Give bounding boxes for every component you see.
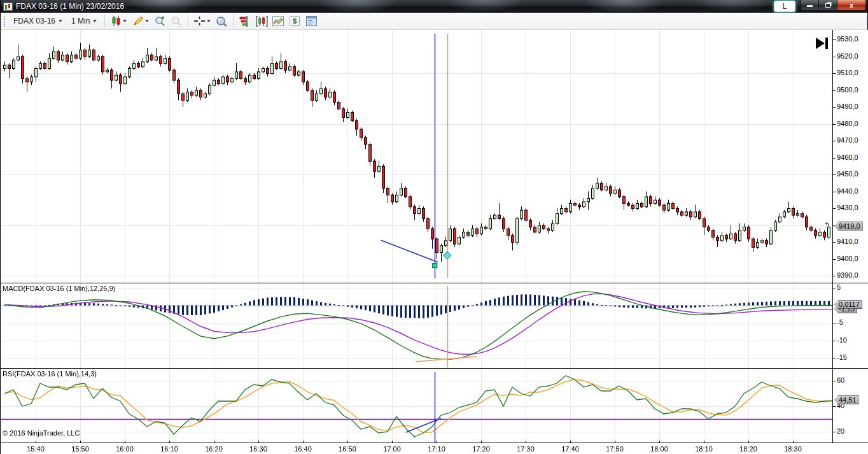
chart-style-button[interactable] [109, 14, 129, 28]
time-axis-tick [704, 441, 704, 443]
panel-separator[interactable] [1, 283, 868, 283]
chart-canvas[interactable] [1, 30, 832, 443]
drawing-tools-button[interactable] [130, 14, 151, 28]
price-axis-label-tick [833, 57, 836, 57]
rsi-axis-label-tick [833, 406, 836, 407]
time-axis-label: 17:40 [561, 445, 579, 453]
window-title: FDAX 03-16 (1 Min) 23/02/2016 [16, 2, 124, 11]
time-axis-label: 18:30 [784, 445, 802, 453]
rsi-axis-label-tick [833, 381, 836, 381]
macd-axis-label-tick [833, 341, 836, 341]
rsi-axis-label-tick [833, 432, 836, 432]
macd-axis-label: -10 [837, 336, 847, 344]
close-button[interactable]: x [837, 0, 866, 11]
time-axis-tick [214, 441, 214, 443]
chevron-down-icon [123, 20, 127, 22]
properties-button[interactable] [304, 14, 319, 28]
time-axis-tick [169, 441, 170, 443]
price-axis-label-tick [833, 259, 836, 260]
instrument-selector[interactable]: FDAX 03-16 [9, 15, 67, 27]
chart-trader-button[interactable] [237, 14, 253, 28]
time-axis-label: 15:40 [27, 445, 45, 453]
time-axis-label: 17:00 [383, 445, 401, 453]
time-axis-label: 17:50 [606, 445, 624, 453]
instrument-label: FDAX 03-16 [13, 17, 55, 25]
price-axis-label-tick [833, 158, 836, 159]
indicators-icon [272, 16, 284, 26]
rsi-axis-label: 20 [837, 427, 844, 435]
macd-axis-label: -5 [837, 318, 843, 326]
macd-axis-label-tick [833, 323, 836, 323]
restore-icon [825, 3, 830, 8]
strategies-button[interactable]: $ [287, 14, 302, 28]
price-axis-label: 9410,0 [837, 238, 858, 245]
title-bar: FDAX 03-16 (1 Min) 23/02/2016 L ▬ x [1, 0, 867, 13]
go-to-end-icon[interactable] [816, 36, 830, 50]
time-axis-label: 15:50 [71, 445, 89, 453]
price-axis-label-tick [833, 276, 836, 276]
toolbar-separator [104, 15, 105, 27]
copyright-text: © 2016 NinjaTrader, LLC [3, 429, 80, 437]
candlestick-icon [111, 16, 122, 26]
panel-separator[interactable] [1, 368, 868, 369]
macd-value-marker: 0,0117 [834, 300, 862, 309]
time-axis-tick [659, 441, 660, 443]
crosshair-icon [194, 17, 206, 25]
minimize-button[interactable]: ▬ [801, 0, 819, 11]
price-axis-label: 9440,0 [837, 187, 858, 195]
time-axis-label: 16:50 [339, 445, 356, 453]
price-axis-label: 9460,0 [837, 153, 858, 161]
properties-icon [306, 16, 317, 26]
svg-text:$: $ [293, 17, 297, 25]
time-axis-label: 16:00 [116, 445, 134, 453]
period-selector[interactable]: 1 Min [67, 15, 101, 27]
toolbar-separator [188, 15, 188, 27]
time-axis-label: 18:00 [650, 445, 668, 453]
price-axis-label-tick [833, 242, 836, 243]
data-box-button[interactable] [214, 14, 229, 28]
indicators-button[interactable] [270, 14, 286, 28]
price-axis-label: 9430,0 [837, 204, 858, 211]
macd-axis-label-tick [833, 288, 836, 288]
cursor-crosshair-button[interactable] [192, 14, 213, 28]
time-axis-tick [615, 441, 615, 443]
zoom-in-button[interactable] [152, 14, 167, 28]
magnifier-icon [216, 16, 227, 27]
price-axis-label-tick [833, 192, 836, 192]
data-series-button[interactable] [254, 14, 269, 28]
window-controls: L ▬ x [774, 0, 866, 12]
rsi-panel-label: RSI(FDAX 03-16 (1 Min),14,3) [3, 370, 97, 378]
rsi-axis-label: 60 [837, 376, 844, 384]
price-axis-label: 9530,0 [837, 35, 858, 43]
macd-axis-label: -15 [837, 353, 847, 361]
macd-axis-label-tick [833, 358, 836, 358]
price-axis-label-tick [833, 90, 836, 91]
time-axis-tick [526, 441, 526, 443]
link-button[interactable]: L [774, 1, 795, 12]
rsi-value-marker: 44,51 [834, 395, 859, 404]
time-axis[interactable]: 15:4015:5016:0016:1016:2016:3016:4016:50… [1, 443, 868, 454]
time-axis-tick [748, 441, 749, 443]
toolbar-grip[interactable] [3, 15, 6, 27]
time-axis-label: 16:30 [249, 445, 267, 453]
price-axis-label-tick [833, 107, 836, 108]
minimize-icon: ▬ [807, 2, 813, 8]
chart-region: MACD(FDAX 03-16 (1 Min),12,26,9) RSI(FDA… [1, 30, 868, 454]
chart-trader-icon [239, 16, 251, 27]
toolbar-separator [233, 15, 234, 27]
time-axis-tick [125, 441, 125, 443]
data-series-icon [256, 16, 268, 27]
price-axis-label: 9490,0 [837, 103, 858, 110]
time-axis-tick [347, 441, 348, 443]
price-axis-label: 9390,0 [837, 271, 858, 279]
restore-button[interactable] [819, 0, 837, 11]
chevron-down-icon [145, 20, 149, 22]
zoom-out-button[interactable] [169, 14, 184, 28]
price-axis-label-tick [833, 124, 836, 125]
last-price-marker: 9419,0 [834, 222, 863, 231]
time-axis-tick [392, 441, 393, 443]
chevron-down-icon [59, 20, 62, 22]
time-axis-label: 17:10 [428, 445, 445, 453]
time-axis-label: 17:30 [517, 445, 535, 453]
price-axis[interactable]: 9530,09520,09510,09500,09490,09480,09470… [832, 30, 868, 443]
